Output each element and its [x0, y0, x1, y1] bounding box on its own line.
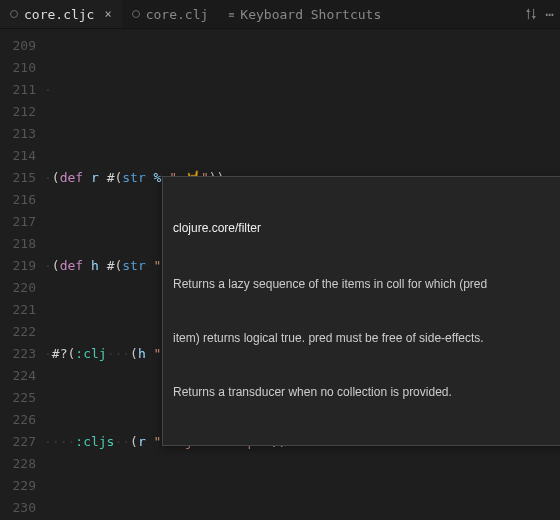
- line-number: 218: [0, 233, 44, 255]
- more-icon[interactable]: ⋯: [546, 6, 554, 22]
- line-number: 212: [0, 101, 44, 123]
- line-number: 213: [0, 123, 44, 145]
- title-actions: ⋯: [524, 0, 554, 28]
- line-gutter: 209 210 211 212 213 214 215 216 217 218 …: [0, 29, 44, 520]
- line-number: 230: [0, 497, 44, 519]
- line-number: 229: [0, 475, 44, 497]
- line-number: 226: [0, 409, 44, 431]
- tab-keyboard-shortcuts[interactable]: ≡ Keyboard Shortcuts: [218, 0, 391, 28]
- code-area[interactable]: · ·(def r #(str % "·🤘")) ·(def h #(str "…: [44, 29, 560, 520]
- line-number: 215: [0, 167, 44, 189]
- file-icon: [10, 10, 18, 18]
- line-number: 223: [0, 343, 44, 365]
- compare-icon[interactable]: [524, 7, 538, 21]
- line-number: 214: [0, 145, 44, 167]
- code-line[interactable]: ·: [44, 79, 560, 101]
- line-number: 227: [0, 431, 44, 453]
- line-number: 216: [0, 189, 44, 211]
- line-number: 225: [0, 387, 44, 409]
- tab-label: core.cljc: [24, 7, 94, 22]
- line-number: 210: [0, 57, 44, 79]
- line-number: 209: [0, 35, 44, 57]
- line-number: 224: [0, 365, 44, 387]
- tab-label: Keyboard Shortcuts: [240, 7, 381, 22]
- hover-doc-tooltip: clojure.core/filter Returns a lazy seque…: [162, 176, 560, 446]
- line-number: 222: [0, 321, 44, 343]
- line-number: 219: [0, 255, 44, 277]
- tooltip-doc: Returns a lazy sequence of the items in …: [173, 275, 560, 293]
- line-number: 228: [0, 453, 44, 475]
- tooltip-signature: clojure.core/filter: [173, 219, 560, 237]
- tab-bar: core.cljc × core.clj ≡ Keyboard Shortcut…: [0, 0, 560, 29]
- line-number: 217: [0, 211, 44, 233]
- tooltip-doc: Returns a transducer when no collection …: [173, 383, 560, 401]
- line-number: 221: [0, 299, 44, 321]
- file-icon: [132, 10, 140, 18]
- tooltip-doc: item) returns logical true. pred must be…: [173, 329, 560, 347]
- tab-core-cljc[interactable]: core.cljc ×: [0, 0, 122, 28]
- editor[interactable]: 209 210 211 212 213 214 215 216 217 218 …: [0, 29, 560, 520]
- line-number: 211: [0, 79, 44, 101]
- tab-core-clj[interactable]: core.clj: [122, 0, 219, 28]
- keyboard-icon: ≡: [228, 9, 234, 20]
- tab-label: core.clj: [146, 7, 209, 22]
- line-number: 220: [0, 277, 44, 299]
- close-icon[interactable]: ×: [104, 7, 111, 21]
